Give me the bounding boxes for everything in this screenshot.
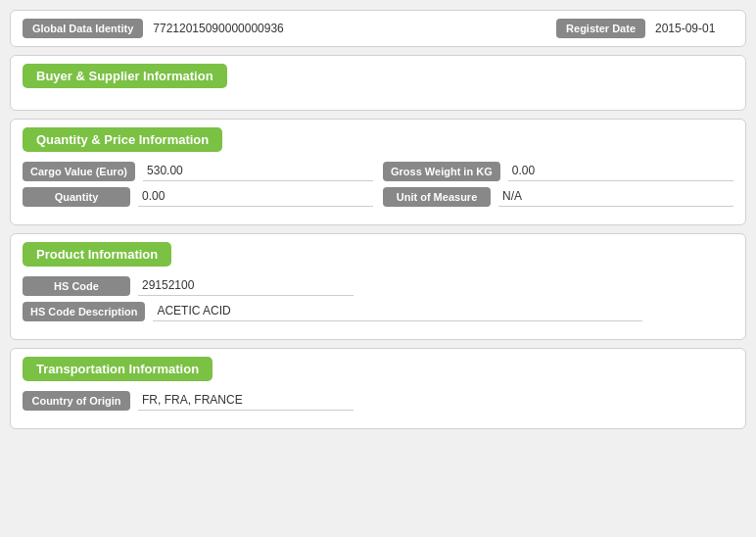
cargo-gross-row: Cargo Value (Euro) 530.00 Gross Weight i… <box>23 162 733 181</box>
unit-of-measure-value: N/A <box>498 187 733 207</box>
quantity-price-section: Quantity & Price Information Cargo Value… <box>10 119 746 225</box>
page-wrapper: Global Data Identity 7721201509000000093… <box>10 10 746 429</box>
quantity-price-header: Quantity & Price Information <box>23 127 222 152</box>
hs-code-desc-row: HS Code Description ACETIC ACID <box>23 302 733 321</box>
identity-row: Global Data Identity 7721201509000000093… <box>10 10 746 47</box>
product-header: Product Information <box>23 242 171 267</box>
hs-code-desc-value: ACETIC ACID <box>153 302 642 321</box>
cargo-value-label: Cargo Value (Euro) <box>23 162 135 181</box>
hs-code-row: HS Code 29152100 <box>23 276 733 296</box>
transportation-header: Transportation Information <box>23 357 213 381</box>
country-of-origin-label: Country of Origin <box>23 391 130 411</box>
register-date-label: Register Date <box>556 19 645 38</box>
hs-code-value: 29152100 <box>138 276 354 296</box>
country-of-origin-value: FR, FRA, FRANCE <box>138 391 354 411</box>
gross-weight-group: Gross Weight in KG 0.00 <box>383 162 733 181</box>
gross-weight-label: Gross Weight in KG <box>383 162 500 181</box>
buyer-supplier-section: Buyer & Supplier Information <box>10 55 746 111</box>
product-section: Product Information HS Code 29152100 HS … <box>10 233 746 340</box>
transportation-section: Transportation Information Country of Or… <box>10 348 746 429</box>
buyer-supplier-header: Buyer & Supplier Information <box>23 64 227 88</box>
quantity-value: 0.00 <box>138 187 373 207</box>
hs-code-label: HS Code <box>23 276 130 296</box>
global-data-label: Global Data Identity <box>23 19 143 38</box>
country-of-origin-row: Country of Origin FR, FRA, FRANCE <box>23 391 733 411</box>
quantity-label: Quantity <box>23 187 130 207</box>
quantity-uom-row: Quantity 0.00 Unit of Measure N/A <box>23 187 733 207</box>
global-data-value: 77212015090000000936 <box>153 22 546 35</box>
unit-of-measure-label: Unit of Measure <box>383 187 491 207</box>
quantity-group: Quantity 0.00 <box>23 187 373 207</box>
cargo-value-value: 530.00 <box>143 162 373 181</box>
unit-of-measure-group: Unit of Measure N/A <box>383 187 733 207</box>
hs-code-desc-label: HS Code Description <box>23 302 145 321</box>
cargo-value-group: Cargo Value (Euro) 530.00 <box>23 162 373 181</box>
gross-weight-value: 0.00 <box>508 162 733 181</box>
register-date-value: 2015-09-01 <box>655 22 733 35</box>
